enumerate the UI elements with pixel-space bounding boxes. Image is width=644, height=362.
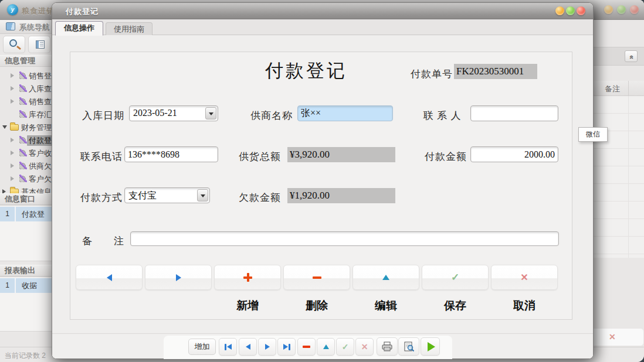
record-count-label: 当前记录数 2 [5,351,46,361]
expand-arrow-icon[interactable] [11,86,14,91]
tree-item-sales-register[interactable]: 销售登 [0,69,59,82]
contact-phone-label: 联系电话 [80,150,123,163]
form-icon [19,136,27,144]
tree-item-customer-receipts[interactable]: 客户收 [0,146,59,159]
background-table-panel: « 备注 [591,20,644,347]
payment-register-dialog: 付款登记 信息操作 使用指南 付款登记 付款单号 FK20230530001 入… [52,2,594,359]
tree-item-supplier-debt[interactable]: 供商欠 [0,159,59,172]
cancel-icon: ✕ [609,332,616,341]
left-arrow-icon [227,344,232,350]
info-window-row[interactable]: 1 付款登 [0,207,59,221]
minus-icon [313,276,321,279]
delete-toolbar-button[interactable] [297,338,316,356]
record-next-button[interactable] [145,265,212,290]
collapse-panel-button[interactable]: « [625,50,638,62]
play-icon [428,342,435,351]
dialog-title: 付款登记 [66,6,99,17]
expand-arrow-icon[interactable] [11,73,14,78]
section-header-report-output: 报表输出 [0,265,59,276]
window-icon [6,22,15,30]
main-minimize-button[interactable] [604,5,613,14]
save-record-button[interactable]: ✓ [422,265,489,290]
expand-arrow-icon[interactable] [11,138,14,142]
expand-arrow-icon[interactable] [11,176,14,181]
dialog-tab-bar: 信息操作 使用指南 [52,19,593,35]
cancel-record-button[interactable]: ✕ [491,265,558,290]
contact-person-label: 联 系 人 [423,109,462,122]
nav-header-label: 系统导航 [19,22,50,33]
main-maximize-button[interactable] [617,5,626,14]
tree-item-inbound-query[interactable]: 入库查 [0,82,59,95]
contact-person-input[interactable] [470,105,558,121]
add-button[interactable]: 增加 [188,339,216,355]
next-record-button[interactable] [258,338,276,356]
sidebar: 系统导航 信息管理 销售登 入库查 销售查 库存汇 [0,20,59,347]
remark-input[interactable] [130,231,559,246]
dialog-maximize-button[interactable] [566,6,575,15]
section-header-info: 信息管理 [0,55,59,67]
check-icon: ✓ [342,342,349,351]
column-header-remark: 备注 [605,84,620,94]
main-close-button[interactable] [630,5,639,14]
add-label: 新增 [214,298,281,313]
right-arrow-icon [176,274,181,281]
collapse-arrow-icon[interactable] [2,125,7,129]
tree-folder-finance[interactable]: 财务管理 [0,121,59,134]
payment-method-value: 支付宝 [128,190,157,202]
table-grid [592,96,644,258]
dropdown-arrow-icon[interactable] [197,189,208,202]
edit-toolbar-button[interactable] [317,338,335,356]
form-icon [19,110,27,118]
first-record-button[interactable] [219,338,237,356]
form-icon [19,175,27,182]
search-button[interactable] [3,36,25,53]
print-button[interactable] [377,337,398,356]
bar-icon [289,344,290,350]
cancel-toolbar-button[interactable]: ✕ [355,338,374,356]
edit-record-button[interactable] [352,265,419,290]
supplier-name-label: 供商名称 [250,109,293,122]
debt-amount-value: ¥1,920.00 [287,188,395,203]
save-toolbar-button[interactable]: ✓ [336,338,354,356]
dialog-titlebar[interactable]: 付款登记 [52,3,593,19]
tree-item-payment-register[interactable]: 付款登 [0,134,59,146]
tab-user-guide[interactable]: 使用指南 [106,22,152,36]
left-arrow-icon [246,344,250,350]
background-toolbar: ✕ [589,328,644,346]
expand-arrow-icon[interactable] [11,99,14,104]
printer-icon [381,341,393,351]
cross-icon: ✕ [361,342,368,351]
up-arrow-icon [382,275,389,280]
cross-icon: ✕ [520,272,528,283]
plus-icon [243,273,252,282]
list-view-button[interactable] [28,36,50,53]
dialog-minimize-button[interactable] [555,6,564,15]
print-preview-button[interactable] [398,337,419,356]
dropdown-arrow-icon[interactable] [205,107,216,119]
add-record-button[interactable] [214,265,281,290]
payment-form-panel: 付款登记 付款单号 FK20230530001 入库日期 2023-05-21 … [70,52,572,320]
tree-item-customer-debt[interactable]: 客户欠 [0,172,59,185]
prev-record-button[interactable] [239,338,257,356]
tree-item-sales-query[interactable]: 销售查 [0,95,59,108]
supplier-name-input[interactable] [297,105,393,121]
expand-arrow-icon[interactable] [11,151,14,155]
report-output-row[interactable]: 1 收据 [0,278,59,293]
inbound-date-combobox[interactable]: 2023-05-21 [129,105,218,121]
record-prev-button[interactable] [76,265,143,290]
folder-icon [10,124,19,131]
tree-item-stock-summary[interactable]: 库存汇 [0,108,59,121]
run-button[interactable] [421,337,440,356]
last-record-button[interactable] [277,338,296,356]
payment-method-combobox[interactable]: 支付宝 [124,187,210,203]
delete-label: 删除 [283,298,350,313]
dialog-bottom-toolbar: 增加 ✓ ✕ [52,333,593,358]
contact-phone-input[interactable] [124,146,218,162]
dialog-close-button[interactable] [577,6,585,15]
expand-arrow-icon[interactable] [11,163,14,168]
payment-amount-input[interactable] [470,146,558,162]
delete-record-button[interactable] [283,265,350,290]
remark-label: 备 注 [82,234,124,248]
tab-info-operation[interactable]: 信息操作 [55,21,103,36]
form-icon [19,71,27,79]
